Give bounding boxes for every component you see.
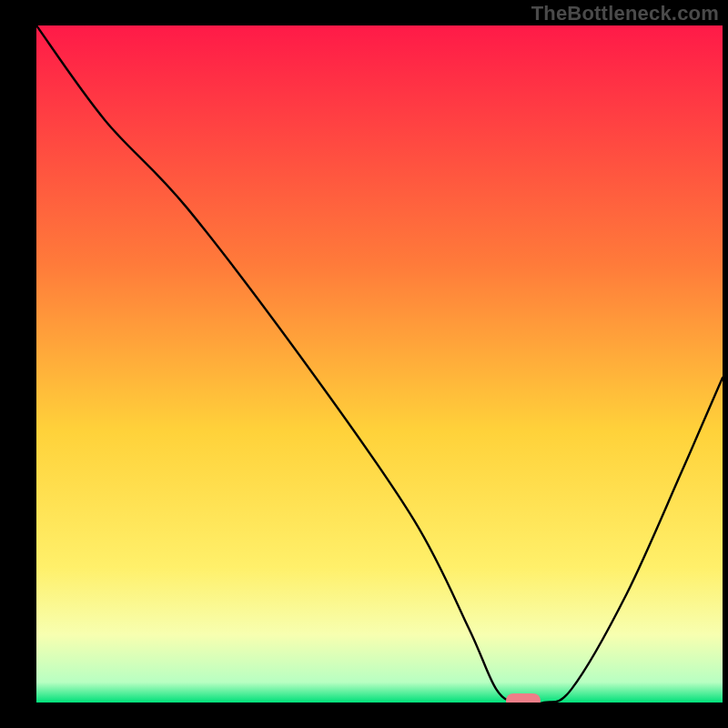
gradient-background	[36, 25, 723, 703]
optimal-marker	[506, 693, 541, 703]
watermark-text: TheBottleneck.com	[531, 2, 719, 25]
chart-svg	[36, 25, 723, 703]
outer-frame: TheBottleneck.com	[0, 0, 728, 728]
plot-area	[36, 25, 723, 703]
